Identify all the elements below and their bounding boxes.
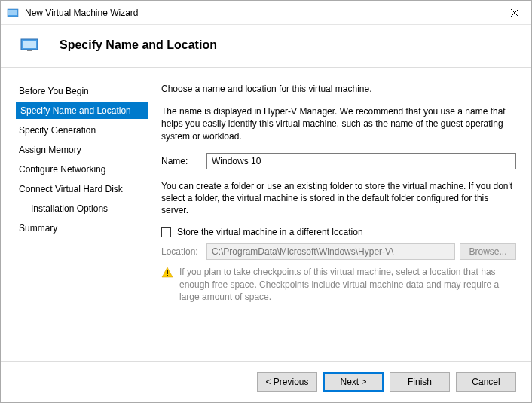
warning-row: If you plan to take checkpoints of this … (161, 266, 516, 303)
location-row: Location: Browse... (161, 243, 516, 260)
finish-button[interactable]: Finish (390, 372, 450, 392)
window-title: New Virtual Machine Wizard (25, 8, 497, 18)
next-button[interactable]: Next > (323, 372, 384, 392)
svg-rect-1 (8, 10, 17, 15)
sidebar-item-assign-memory[interactable]: Assign Memory (16, 142, 148, 158)
sidebar-item-specify-name-location[interactable]: Specify Name and Location (16, 102, 148, 119)
location-label: Location: (161, 246, 206, 257)
app-icon (7, 7, 19, 19)
name-help-text: The name is displayed in Hyper-V Manager… (161, 105, 516, 142)
sidebar-item-specify-generation[interactable]: Specify Generation (16, 122, 148, 139)
name-label: Name: (161, 156, 206, 166)
name-input[interactable] (206, 153, 516, 169)
sidebar-item-installation-options[interactable]: Installation Options (16, 200, 148, 217)
page-title: Specify Name and Location (60, 38, 217, 52)
wizard-footer: < Previous Next > Finish Cancel (1, 361, 531, 402)
different-location-checkbox[interactable] (161, 227, 171, 237)
titlebar: New Virtual Machine Wizard (1, 1, 531, 25)
wizard-body: Before You Begin Specify Name and Locati… (1, 68, 531, 361)
warning-text: If you plan to take checkpoints of this … (179, 266, 516, 303)
location-input (206, 243, 455, 260)
wizard-header: Specify Name and Location (1, 25, 531, 68)
sidebar-item-before-you-begin[interactable]: Before You Begin (16, 83, 148, 99)
different-location-label: Store the virtual machine in a different… (177, 227, 363, 237)
sidebar-item-connect-vhd[interactable]: Connect Virtual Hard Disk (16, 181, 148, 197)
warning-icon (161, 267, 173, 279)
svg-rect-5 (23, 41, 36, 48)
browse-button: Browse... (460, 243, 516, 260)
different-location-row: Store the virtual machine in a different… (161, 227, 516, 237)
folder-help-text: You can create a folder or use an existi… (161, 180, 516, 217)
close-button[interactable] (497, 2, 531, 24)
svg-rect-9 (167, 275, 168, 276)
svg-rect-6 (27, 50, 32, 51)
previous-button[interactable]: < Previous (257, 372, 317, 392)
name-row: Name: (161, 153, 516, 169)
svg-rect-8 (167, 270, 168, 274)
wizard-window: New Virtual Machine Wizard Specify Name … (0, 0, 532, 403)
wizard-sidebar: Before You Begin Specify Name and Locati… (16, 83, 155, 361)
sidebar-item-configure-networking[interactable]: Configure Networking (16, 161, 148, 178)
cancel-button[interactable]: Cancel (456, 372, 516, 392)
intro-text: Choose a name and location for this virt… (161, 83, 516, 95)
sidebar-item-summary[interactable]: Summary (16, 220, 148, 237)
vm-icon (20, 38, 38, 52)
wizard-content: Choose a name and location for this virt… (155, 83, 516, 361)
